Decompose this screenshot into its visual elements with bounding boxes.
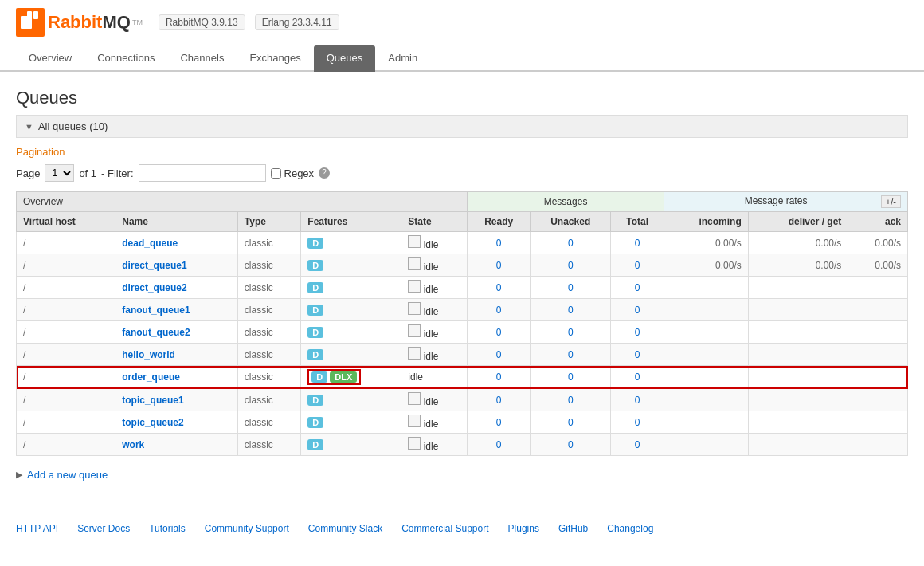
badge-d[interactable]: D [307,395,323,406]
regex-label: Regex [271,167,315,179]
queue-link[interactable]: topic_queue2 [122,417,183,428]
total-cell: 0 [611,277,664,299]
row-checkbox[interactable] [408,324,421,337]
queues-table: Overview Messages Message rates +/- Virt… [16,191,908,456]
add-queue-section[interactable]: ▶ Add a new queue [16,469,908,481]
badge-dlx[interactable]: DLX [330,371,357,383]
footer-link-server-docs[interactable]: Server Docs [77,523,130,534]
unacked-cell: 0 [531,254,611,277]
features-cell: D [301,321,401,344]
nav-connections[interactable]: Connections [84,45,167,72]
vhost-cell: / [17,277,116,299]
ready-cell: 0 [467,232,531,254]
footer-link-tutorials[interactable]: Tutorials [149,523,186,534]
queue-link[interactable]: direct_queue2 [122,282,186,293]
features-cell: D [301,299,401,321]
table-row: / dead_queue classic D idle 0 0 0 0.00/s… [17,232,908,254]
section-title: All queues (10) [38,120,108,132]
footer-link-community-slack[interactable]: Community Slack [308,523,382,534]
incoming-cell [664,434,749,456]
toggle-cols-button[interactable]: +/- [881,195,901,208]
badge-d[interactable]: D [307,349,323,360]
queue-link[interactable]: dead_queue [122,238,178,249]
unacked-cell: 0 [531,277,611,299]
footer-link-changelog[interactable]: Changelog [607,523,653,534]
nav-overview[interactable]: Overview [16,45,84,72]
footer-link-community-support[interactable]: Community Support [205,523,289,534]
unacked-cell: 0 [531,434,611,456]
queue-link[interactable]: order_queue [122,371,180,383]
of-label: of 1 [79,167,96,179]
features-cell: D [301,434,401,456]
nav-queues[interactable]: Queues [314,45,376,72]
name-cell: topic_queue2 [116,411,238,434]
footer-link-commercial-support[interactable]: Commercial Support [401,523,488,534]
regex-checkbox[interactable] [271,168,281,179]
filter-input[interactable] [139,164,266,182]
nav-admin[interactable]: Admin [375,45,430,72]
state-cell: idle [401,321,468,344]
ready-cell: 0 [467,366,531,389]
unacked-cell: 0 [531,344,611,366]
badge-d[interactable]: D [311,371,327,383]
row-checkbox[interactable] [408,392,421,405]
rates-group-header: Message rates +/- [664,192,908,212]
row-checkbox[interactable] [408,280,421,293]
row-checkbox[interactable] [408,257,421,270]
nav-channels[interactable]: Channels [167,45,237,72]
deliver-get-cell [748,277,848,299]
vhost-cell: / [17,299,116,321]
page-select[interactable]: 1 [45,164,74,182]
row-checkbox[interactable] [408,347,421,360]
row-checkbox[interactable] [408,437,421,450]
features-highlighted: DDLX [307,369,361,385]
page-title: Queues [16,88,908,108]
type-cell: classic [237,366,301,389]
deliver-get-cell [748,366,848,389]
footer-link-github[interactable]: GitHub [558,523,588,534]
name-cell: direct_queue1 [116,254,238,277]
badge-d[interactable]: D [307,439,323,450]
row-checkbox[interactable] [408,302,421,315]
help-icon[interactable]: ? [319,167,330,179]
ack-cell [848,277,908,299]
type-cell: classic [237,232,301,254]
features-cell: D [301,232,401,254]
queue-link[interactable]: fanout_queue1 [122,305,190,316]
badge-d[interactable]: D [307,260,323,271]
queue-link[interactable]: fanout_queue2 [122,327,190,338]
name-cell: fanout_queue1 [116,299,238,321]
footer-link-plugins[interactable]: Plugins [508,523,539,534]
queue-link[interactable]: work [122,439,144,450]
badge-d[interactable]: D [307,305,323,316]
incoming-cell [664,321,749,344]
badge-d[interactable]: D [307,327,323,338]
nav-exchanges[interactable]: Exchanges [237,45,313,72]
state-cell: idle [401,277,468,299]
ready-cell: 0 [467,411,531,434]
all-queues-section[interactable]: ▼ All queues (10) [16,115,908,138]
ack-cell: 0.00/s [848,254,908,277]
state-cell: idle [401,344,468,366]
pagination-label[interactable]: Pagination [16,146,908,158]
vhost-cell: / [17,344,116,366]
ack-cell [848,411,908,434]
queue-link[interactable]: direct_queue1 [122,260,186,271]
badge-d[interactable]: D [307,238,323,249]
incoming-cell [664,299,749,321]
type-cell: classic [237,299,301,321]
features-cell: D [301,411,401,434]
queue-link[interactable]: hello_world [122,349,175,360]
regex-text: Regex [284,167,315,179]
badge-d[interactable]: D [307,417,323,428]
vhost-cell: / [17,411,116,434]
footer-link-http-api[interactable]: HTTP API [16,523,58,534]
th-vhost: Virtual host [17,212,116,232]
badge-d[interactable]: D [307,282,323,293]
table-row: / hello_world classic D idle 0 0 0 [17,344,908,366]
row-checkbox[interactable] [408,415,421,427]
ready-cell: 0 [467,321,531,344]
row-checkbox[interactable] [408,235,421,248]
queue-link[interactable]: topic_queue1 [122,395,183,406]
deliver-get-cell [748,434,848,456]
